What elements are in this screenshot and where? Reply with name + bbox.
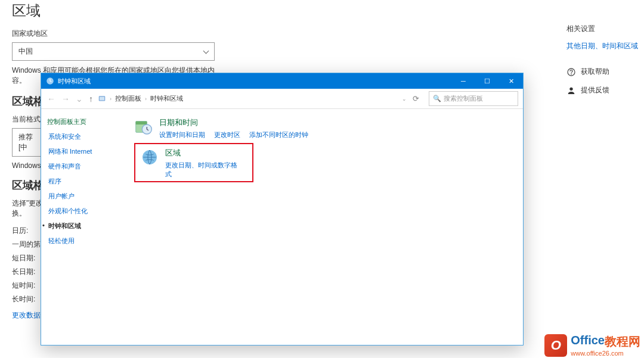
related-sidebar: 相关设置 其他日期、时间和区域 获取帮助 提供反馈 xyxy=(566,24,644,95)
search-input[interactable]: 🔍 搜索控制面板 xyxy=(429,91,518,106)
cp-body: 控制面板主页 系统和安全 网络和 Internet 硬件和声音 程序 用户帐户 … xyxy=(41,109,523,345)
nav-network[interactable]: 网络和 Internet xyxy=(47,147,119,156)
watermark: O Office教程网 www.office26.com xyxy=(544,334,640,357)
nav-appearance[interactable]: 外观和个性化 xyxy=(47,207,119,216)
cp-main: 日期和时间 设置时间和日期 更改时区 添加不同时区的时钟 区域 更改日期、时间或… xyxy=(125,109,523,345)
forward-button[interactable]: → xyxy=(60,94,71,104)
region-title[interactable]: 区域 xyxy=(165,148,247,158)
change-format-link[interactable]: 更改日期、时间或数字格式 xyxy=(165,161,237,178)
maximize-button[interactable]: ☐ xyxy=(475,73,499,89)
nav-programs[interactable]: 程序 xyxy=(47,177,119,186)
person-icon xyxy=(566,86,576,95)
recent-button[interactable]: ⌄ xyxy=(75,94,84,104)
feedback-label: 提供反馈 xyxy=(581,85,609,95)
datetime-title[interactable]: 日期和时间 xyxy=(159,117,315,128)
nav-ease[interactable]: 轻松使用 xyxy=(47,236,119,245)
country-label: 国家或地区 xyxy=(12,29,644,39)
titlebar[interactable]: 时钟和区域 ─ ☐ ✕ xyxy=(41,73,523,89)
control-panel-window: 时钟和区域 ─ ☐ ✕ ← → ⌄ ↑ › 控制面板 › 时钟和区域 ⌄ ⟳ 🔍… xyxy=(41,73,524,345)
help-icon xyxy=(566,67,576,77)
set-datetime-link[interactable]: 设置时间和日期 xyxy=(159,131,205,138)
feedback-row[interactable]: 提供反馈 xyxy=(566,85,644,95)
format-value: 推荐 [中 xyxy=(18,132,41,152)
related-link[interactable]: 其他日期、时间和区域 xyxy=(566,41,644,51)
wm-url: www.office26.com xyxy=(571,350,640,357)
svg-point-1 xyxy=(571,74,572,74)
crumb-1[interactable]: 控制面板 xyxy=(115,94,141,103)
nav-hardware[interactable]: 硬件和声音 xyxy=(47,162,119,171)
wm-brand-1: Office xyxy=(571,334,605,350)
datetime-icon xyxy=(134,117,153,136)
svg-point-2 xyxy=(569,87,572,90)
back-button[interactable]: ← xyxy=(46,94,57,104)
datetime-item: 日期和时间 设置时间和日期 更改时区 添加不同时区的时钟 xyxy=(134,117,513,139)
svg-rect-7 xyxy=(136,122,147,124)
help-label: 获取帮助 xyxy=(581,67,609,77)
nav-system[interactable]: 系统和安全 xyxy=(47,132,119,141)
cp-nav: 控制面板主页 系统和安全 网络和 Internet 硬件和声音 程序 用户帐户 … xyxy=(41,109,125,345)
crumb-2[interactable]: 时钟和区域 xyxy=(150,94,183,103)
region-icon xyxy=(140,148,159,167)
search-placeholder: 搜索控制面板 xyxy=(444,94,483,103)
nav-home[interactable]: 控制面板主页 xyxy=(47,117,119,126)
add-clocks-link[interactable]: 添加不同时区的时钟 xyxy=(249,131,308,138)
breadcrumb[interactable]: › 控制面板 › 时钟和区域 ⌄ xyxy=(98,94,407,103)
svg-rect-5 xyxy=(100,96,104,100)
window-buttons: ─ ☐ ✕ xyxy=(451,73,523,89)
titlebar-text: 时钟和区域 xyxy=(58,77,91,86)
close-button[interactable]: ✕ xyxy=(499,73,523,89)
nav-user[interactable]: 用户帐户 xyxy=(47,192,119,201)
control-panel-icon xyxy=(98,95,106,103)
country-dropdown[interactable]: 中国 xyxy=(12,42,215,61)
watermark-icon: O xyxy=(544,334,567,357)
change-tz-link[interactable]: 更改时区 xyxy=(214,131,240,138)
minimize-button[interactable]: ─ xyxy=(451,73,475,89)
datetime-links: 设置时间和日期 更改时区 添加不同时区的时钟 xyxy=(159,130,315,139)
related-title: 相关设置 xyxy=(566,24,644,34)
toolbar: ← → ⌄ ↑ › 控制面板 › 时钟和区域 ⌄ ⟳ 🔍 搜索控制面板 xyxy=(41,89,523,109)
page-title: 区域 xyxy=(12,1,644,20)
chevron-down-icon xyxy=(203,48,209,54)
refresh-button[interactable]: ⟳ xyxy=(413,94,419,103)
country-value: 中国 xyxy=(18,46,33,57)
region-item-highlighted: 区域 更改日期、时间或数字格式 xyxy=(134,143,253,182)
up-button[interactable]: ↑ xyxy=(88,94,94,104)
wm-brand-2: 教程网 xyxy=(605,334,640,350)
get-help-row[interactable]: 获取帮助 xyxy=(566,67,644,77)
clock-icon xyxy=(46,77,54,85)
nav-clock-region[interactable]: 时钟和区域 xyxy=(47,222,119,231)
